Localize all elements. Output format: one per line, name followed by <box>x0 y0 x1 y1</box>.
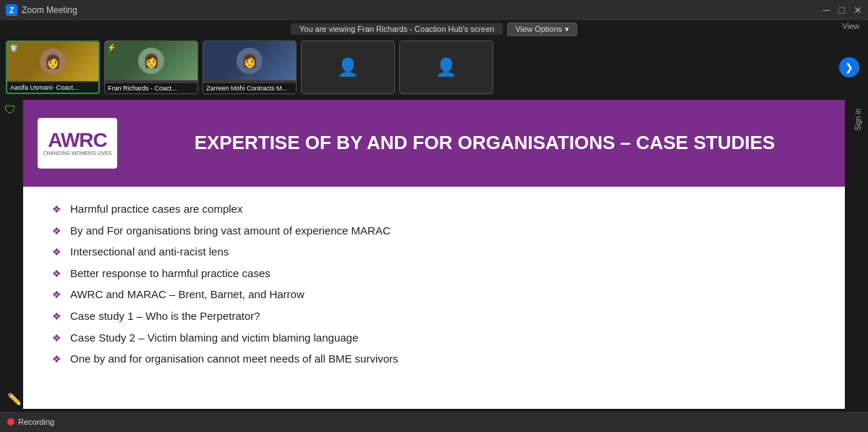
nav-right-button[interactable]: ❯ <box>839 57 859 77</box>
recording-indicator: Recording <box>7 418 54 426</box>
empty-slot-icon: 👤 <box>302 41 394 93</box>
avatar-2: 👩 <box>138 48 164 74</box>
avatar-1: 👩 <box>40 48 66 75</box>
bullet-item: ❖ AWRC and MARAC – Brent, Barnet, and Ha… <box>52 287 816 302</box>
slide-header: AWRC CHANGING WOMEN'S LIVES EXPERTISE OF… <box>23 100 845 187</box>
participant-avatar-3: 👩 <box>203 41 296 80</box>
avatar-3: 👩 <box>237 48 263 74</box>
titlebar-title: Zoom Meeting <box>22 5 77 15</box>
maximize-button[interactable]: □ <box>839 4 845 16</box>
participant-tile-3[interactable]: 👩 Zarreen Mohi Contracts M... <box>203 41 297 94</box>
bullet-diamond-icon: ❖ <box>52 267 61 281</box>
participant-tile-5: 👤 <box>399 41 493 94</box>
bullet-text: Case study 1 – Who is the Perpetrator? <box>70 308 260 323</box>
awrc-logo: AWRC CHANGING WOMEN'S LIVES <box>38 118 117 169</box>
participant-avatar-1: 👩 <box>7 42 98 81</box>
bullet-item: ❖ Case study 1 – Who is the Perpetrator? <box>52 308 816 324</box>
bullet-diamond-icon: ❖ <box>52 352 61 367</box>
bullet-item: ❖ Harmful practice cases are complex <box>52 201 816 217</box>
recording-dot <box>7 418 14 425</box>
bullet-item: ❖ Case Study 2 – Victim blaming and vict… <box>52 330 816 346</box>
slide-content: AWRC CHANGING WOMEN'S LIVES EXPERTISE OF… <box>23 100 845 409</box>
zoom-icon: Z <box>6 4 17 16</box>
bullet-text: Case Study 2 – Victim blaming and victim… <box>70 330 358 345</box>
bullet-diamond-icon: ❖ <box>52 203 61 217</box>
titlebar-controls[interactable]: ─ □ ✕ <box>823 4 862 16</box>
sign-in-link[interactable]: Sign in <box>854 109 862 131</box>
empty-slot-icon-2: 👤 <box>400 41 493 93</box>
security-shield-icon: 🛡 <box>3 103 17 117</box>
view-label: View <box>842 22 859 30</box>
view-icon-area: View <box>842 22 859 30</box>
participant-tile-2[interactable]: 👩 ⚡ Fran Richards - Coact... <box>104 41 198 94</box>
bullet-item: ❖ One by and for organisation cannot mee… <box>52 351 816 367</box>
participant-avatar-2: 👩 <box>105 41 197 80</box>
participant-tile-1[interactable]: 👩 🛡️ Aasifa Usmani- Coact... <box>6 41 100 94</box>
participant-name-2: Fran Richards - Coact... <box>105 83 197 93</box>
bullet-text: Intersectional and anti-racist lens <box>70 244 229 259</box>
right-sidebar: Sign in <box>848 97 868 412</box>
bullet-text: By and For organisations bring vast amou… <box>70 223 391 238</box>
left-sidebar: 🛡 <box>0 97 20 412</box>
awrc-logo-sub: CHANGING WOMEN'S LIVES <box>43 151 111 156</box>
bullet-text: Harmful practice cases are complex <box>70 201 242 216</box>
awrc-logo-text: AWRC <box>48 130 107 151</box>
bullet-text: AWRC and MARAC – Brent, Barnet, and Harr… <box>70 287 305 302</box>
main-area: 🛡 AWRC CHANGING WOMEN'S LIVES EXPERTISE … <box>0 97 868 412</box>
slide-area: AWRC CHANGING WOMEN'S LIVES EXPERTISE OF… <box>23 100 845 409</box>
pencil-icon[interactable]: ✏️ <box>7 392 22 406</box>
participants-strip: 👩 🛡️ Aasifa Usmani- Coact... 👩 ⚡ Fran Ri… <box>0 38 868 97</box>
recording-label: Recording <box>18 418 54 426</box>
slide-title: EXPERTISE OF BY AND FOR ORGANISATIONS – … <box>146 131 823 156</box>
shield-icon: 🛡️ <box>9 44 18 52</box>
participant-name-1: Aasifa Usmani- Coact... <box>7 82 98 93</box>
slide-body: ❖ Harmful practice cases are complex ❖ B… <box>23 187 845 409</box>
participant-tile-4: 👤 <box>301 41 395 94</box>
bullet-diamond-icon: ❖ <box>52 288 61 302</box>
bullet-diamond-icon: ❖ <box>52 245 61 260</box>
view-options-button[interactable]: View Options ▾ <box>507 22 577 36</box>
bottom-bar: Recording <box>0 412 868 432</box>
bullet-item: ❖ Better response to harmful practice ca… <box>52 266 816 281</box>
minimize-button[interactable]: ─ <box>823 4 830 16</box>
top-banner: You are viewing Fran Richards - Coaction… <box>0 20 868 38</box>
bullet-item: ❖ Intersectional and anti-racist lens <box>52 244 816 260</box>
titlebar: Z Zoom Meeting ─ □ ✕ <box>0 0 868 20</box>
participant-name-3: Zarreen Mohi Contracts M... <box>203 83 296 93</box>
bullet-diamond-icon: ❖ <box>52 331 61 346</box>
banner-text: You are viewing Fran Richards - Coaction… <box>291 23 503 35</box>
bullet-item: ❖ By and For organisations bring vast am… <box>52 223 816 239</box>
bullet-text: Better response to harmful practice case… <box>70 266 271 281</box>
close-button[interactable]: ✕ <box>854 4 862 16</box>
bullet-diamond-icon: ❖ <box>52 310 61 324</box>
bolt-icon: ⚡ <box>107 43 116 51</box>
bullet-text: One by and for organisation cannot meet … <box>70 351 399 366</box>
bullet-diamond-icon: ❖ <box>52 224 61 239</box>
titlebar-left: Z Zoom Meeting <box>6 4 77 16</box>
chevron-down-icon: ▾ <box>565 25 569 34</box>
